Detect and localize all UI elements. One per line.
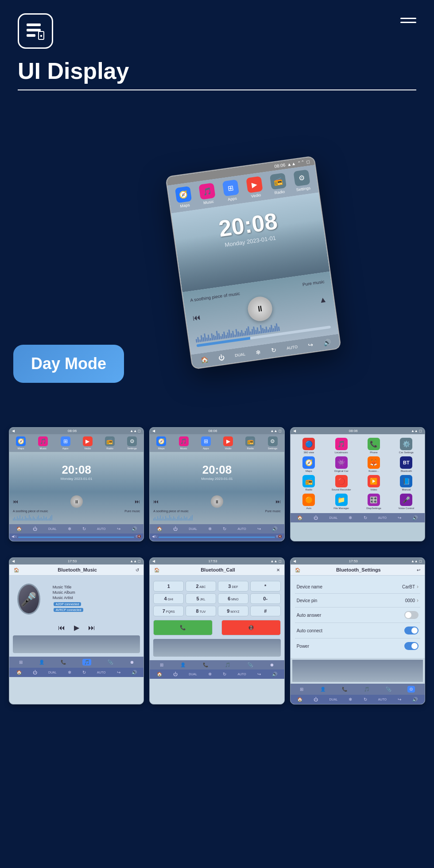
t2-snow[interactable]: ❄ [208,526,212,531]
btm-clip[interactable]: 📎 [108,660,113,665]
bt-settings-back[interactable]: ◀ [293,559,296,563]
btc-phone[interactable]: 📞 [203,662,208,667]
dial-3[interactable]: 3 DEF [218,581,248,592]
t2-power[interactable]: ⏻ [173,526,178,531]
volume-icon[interactable]: 🔊 [323,339,331,346]
auto-connect-toggle[interactable] [404,627,418,634]
t2-loop[interactable]: ↻ [223,526,226,531]
app-video[interactable]: ▶️ Video [359,475,388,491]
app-kuwoo[interactable]: 🦊 Kuwoo... [359,456,388,472]
t3-power[interactable]: ⏻ [314,515,318,520]
app-phone[interactable]: 📞 Phone [359,438,388,454]
mini-nav-radio-1[interactable]: 📻 Radio [105,436,115,450]
mini-next-2[interactable]: ⏭ [275,498,281,505]
btc-clip[interactable]: 📎 [248,662,253,667]
t3-arrow[interactable]: ↪ [398,515,401,520]
bt-music-home[interactable]: 🏠 [14,568,19,572]
nav-music[interactable]: 🎵 Music [198,183,216,205]
dial-7[interactable]: 7 PQRS [153,606,184,616]
app-originalcar[interactable]: 👾 Original Car [326,456,356,472]
bt-call-back[interactable]: ◀ [152,559,155,563]
btc-grid[interactable]: ⊞ [160,662,163,667]
mini-play-2[interactable]: ⏸ [211,495,223,508]
bts2-home[interactable]: 🏠 [297,697,302,702]
mini-nav-music-1[interactable]: 🎵 Music [38,436,48,450]
mini-nav-vedio-2[interactable]: ▶ Vedio [223,436,233,450]
app-avin[interactable]: 🟠 Avin [294,494,324,510]
bts-clip[interactable]: 📎 [386,687,391,692]
btm-music[interactable]: 🎵 [82,659,91,666]
mini-next-1[interactable]: ⏭ [135,498,140,505]
app-voicecontrol[interactable]: 🎤 Voice Control [391,494,421,510]
app-localmusic[interactable]: 🎵 Localmusic [326,438,356,454]
t3-loop[interactable]: ↻ [364,515,367,520]
mini-nav-vedio-1[interactable]: ▶ Vedio [83,436,93,450]
bt-play[interactable]: ▶ [74,623,79,632]
btm-grid[interactable]: ⊞ [19,660,23,665]
t2-arrow[interactable]: ↪ [257,526,261,531]
bt-call-close[interactable]: ✕ [276,568,280,572]
bt-music-back[interactable]: ◀ [12,559,15,563]
b2-note[interactable]: ♩ [156,535,157,540]
mini-play-1[interactable]: ⏸ [70,495,83,508]
btm-circle[interactable]: ⏺ [130,660,134,665]
btm2-home[interactable]: 🏠 [16,670,22,675]
btc-person[interactable]: 👤 [180,662,186,667]
t3-vol[interactable]: 🔊 [412,515,418,520]
btm2-loop[interactable]: ↻ [82,670,86,675]
app-360view[interactable]: 🔵 360 view [294,438,324,454]
btm2-power[interactable]: ⏻ [33,670,37,675]
nav-radio[interactable]: 📻 Radio [270,173,287,195]
t-snow[interactable]: ❄ [68,526,71,531]
bt-call-home[interactable]: 🏠 [154,568,159,572]
app-carsettings[interactable]: ⚙️ Car Settings [391,438,421,454]
btc2-home[interactable]: 🏠 [157,672,162,677]
t-vol[interactable]: 🔊 [132,526,137,531]
bts-grid[interactable]: ⊞ [300,687,303,692]
dial-1[interactable]: 1 [153,581,184,592]
b-mute[interactable]: 🔇 [137,535,141,540]
bt-settings-back-btn[interactable]: ↩ [417,568,420,572]
btc2-snow[interactable]: ❄ [208,672,212,677]
mini-prev-1[interactable]: ⏮ [13,498,18,505]
btm-person[interactable]: 👤 [39,660,44,665]
btc2-power[interactable]: ⏻ [173,672,178,677]
nav-apps[interactable]: ⊞ Apps [222,179,240,202]
power-toggle[interactable] [404,642,418,650]
app-radio[interactable]: 📻 Radio [294,475,324,491]
t-loop[interactable]: ↻ [82,526,86,531]
b-slider[interactable] [18,537,135,538]
mini-nav-maps-2[interactable]: 🧭 Maps [156,436,166,450]
loop-icon[interactable]: ↻ [271,346,277,354]
mini-nav-settings-1[interactable]: ⚙ Settings [127,436,137,450]
bts-circle[interactable]: ⚙ [407,686,415,693]
bts-music[interactable]: 🎵 [364,687,369,692]
dial-9[interactable]: 9 WXYZ [218,606,248,616]
t3-snow[interactable]: ❄ [349,515,352,520]
back-icon[interactable]: ◀ [12,429,15,433]
bts-phone[interactable]: 📞 [342,687,347,692]
home-icon[interactable]: 🏠 [200,356,209,364]
dial-0minus[interactable]: 0- [250,593,281,604]
chevron-device-pin[interactable]: › [417,597,418,603]
app-filemanager[interactable]: 📁 File Manager [326,494,356,510]
t3-home[interactable]: 🏠 [297,515,302,520]
back-icon-3[interactable]: ◀ [293,429,296,433]
btc2-vol[interactable]: 🔊 [272,672,277,677]
btc-music[interactable]: 🎵 [225,662,230,667]
bts2-arrow[interactable]: ↪ [398,697,401,702]
app-recorder[interactable]: 🔴 Sound Recorder [326,475,356,491]
bts2-vol[interactable]: 🔊 [412,697,418,702]
btm2-arrow[interactable]: ↪ [117,670,120,675]
dial-4[interactable]: 4 GHI [153,593,184,604]
bt-prev[interactable]: ⏮ [58,624,65,632]
dial-2[interactable]: 2 ABC [186,581,216,592]
play-pause-button[interactable]: ⏸ [246,295,274,323]
bts2-power[interactable]: ⏻ [314,697,318,702]
t-arrow[interactable]: ↪ [117,526,120,531]
dial-6[interactable]: 6 MNO [218,593,248,604]
dial-5[interactable]: 5 JKL [186,593,216,604]
b2-slider[interactable] [159,537,275,538]
bt-music-refresh[interactable]: ↺ [136,568,139,572]
t2-vol[interactable]: 🔊 [272,526,277,531]
